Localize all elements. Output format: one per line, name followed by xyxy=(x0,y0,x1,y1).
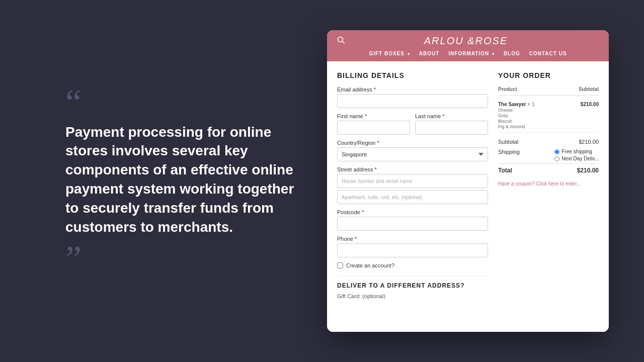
shipping-row: Shipping Free shipping Next Day Deliv... xyxy=(498,147,599,163)
order-item: The Sawyer × 1 Onesie: Grey Biscuit: Fig… xyxy=(498,99,599,133)
subtotal-value: $210.00 xyxy=(579,139,599,145)
billing-title: BILLING DETAILS xyxy=(337,71,488,79)
phone-input[interactable] xyxy=(337,243,488,257)
billing-section: BILLING DETAILS Email address * First na… xyxy=(337,71,488,322)
left-panel: “ Payment processing for online stores i… xyxy=(35,68,327,294)
store-nav: GIFT BOXES ▾ ABOUT INFORMATION ▾ BLOG CO… xyxy=(337,51,599,61)
first-name-input[interactable] xyxy=(337,121,410,135)
create-account-checkbox[interactable] xyxy=(337,262,343,268)
postcode-input[interactable] xyxy=(337,217,488,231)
gift-card-label: Gift Card: (optional) xyxy=(337,293,488,299)
col-product: Product xyxy=(498,86,517,92)
street-input-2[interactable] xyxy=(337,190,488,204)
total-label: Total xyxy=(498,167,512,174)
dropdown-arrow-icon2: ▾ xyxy=(492,52,495,56)
create-account-group: Create an account? xyxy=(337,262,488,268)
country-select[interactable]: Singapore xyxy=(337,147,488,161)
last-name-input[interactable] xyxy=(415,121,488,135)
nav-blog[interactable]: BLOG xyxy=(504,51,520,56)
store-body: BILLING DETAILS Email address * First na… xyxy=(327,61,609,332)
email-label: Email address * xyxy=(337,86,488,93)
phone-label: Phone * xyxy=(337,236,488,242)
subtotal-label: Subtotal xyxy=(498,139,518,145)
country-group: Country/Region * Singapore xyxy=(337,140,488,161)
order-table-header: Product Subtotal xyxy=(498,86,599,96)
nav-information[interactable]: INFORMATION ▾ xyxy=(448,51,495,56)
street-label: Street address * xyxy=(337,166,488,172)
shipping-label: Shipping xyxy=(498,149,520,161)
order-product-info: The Sawyer × 1 Onesie: Grey Biscuit: Fig… xyxy=(498,102,581,129)
store-brand: ARLOU &ROSE xyxy=(345,35,587,47)
shipping-options: Free shipping Next Day Deliv... xyxy=(554,149,599,161)
order-section: YOUR ORDER Product Subtotal The Sawyer ×… xyxy=(498,71,599,322)
brand-part2: ROSE xyxy=(475,35,508,46)
shipping-nextday-radio[interactable] xyxy=(554,156,559,161)
svg-line-1 xyxy=(343,41,345,43)
order-product-variant-onesie: Onesie: xyxy=(498,108,581,113)
name-row: First name * Last name * xyxy=(337,113,488,140)
order-product-name: The Sawyer × 1 xyxy=(498,102,581,107)
quote-text: Payment processing for online stores inv… xyxy=(65,123,297,237)
store-header: ARLOU &ROSE GIFT BOXES ▾ ABOUT INFORMATI… xyxy=(327,30,609,61)
last-name-label: Last name * xyxy=(415,113,488,119)
postcode-label: Postcode * xyxy=(337,209,488,215)
order-product-variant-onesie-val: Grey xyxy=(498,113,581,118)
order-product-variant-biscuit-val: Fig & Almond xyxy=(498,124,581,129)
order-summary: Subtotal $210.00 Shipping Free shipping … xyxy=(498,137,599,187)
nav-contact[interactable]: CONTACT US xyxy=(529,51,567,56)
shipping-free-label: Free shipping xyxy=(561,149,592,154)
postcode-group: Postcode * xyxy=(337,209,488,231)
deliver-title: DELIVER TO A DIFFERENT ADDRESS? xyxy=(337,282,488,289)
dropdown-arrow-icon: ▾ xyxy=(408,52,410,56)
nav-about[interactable]: ABOUT xyxy=(419,51,440,56)
shipping-free-option[interactable]: Free shipping xyxy=(554,149,599,154)
subtotal-row: Subtotal $210.00 xyxy=(498,137,599,147)
street-group: Street address * xyxy=(337,166,488,204)
store-panel: ARLOU &ROSE GIFT BOXES ▾ ABOUT INFORMATI… xyxy=(327,30,609,332)
col-subtotal: Subtotal xyxy=(579,86,599,92)
quote-close-icon: ” xyxy=(65,244,297,274)
country-label: Country/Region * xyxy=(337,140,488,146)
phone-group: Phone * xyxy=(337,236,488,257)
order-item-price: $210.00 xyxy=(581,102,599,107)
first-name-group: First name * xyxy=(337,113,410,135)
order-title: YOUR ORDER xyxy=(498,71,599,79)
deliver-section: DELIVER TO A DIFFERENT ADDRESS? Gift Car… xyxy=(337,276,488,299)
last-name-group: Last name * xyxy=(415,113,488,135)
total-value: $210.00 xyxy=(577,167,599,174)
total-row: Total $210.00 xyxy=(498,163,599,176)
street-input-1[interactable] xyxy=(337,174,488,188)
quote-open-icon: “ xyxy=(65,88,297,118)
coupon-link[interactable]: Have a coupon? Click here to enter... xyxy=(498,181,599,187)
search-icon[interactable] xyxy=(337,36,345,46)
shipping-free-radio[interactable] xyxy=(554,149,559,154)
header-top: ARLOU &ROSE xyxy=(337,35,599,51)
first-name-label: First name * xyxy=(337,113,410,119)
order-product-variant-biscuit: Biscuit: xyxy=(498,119,581,124)
create-account-label: Create an account? xyxy=(346,262,394,268)
email-input[interactable] xyxy=(337,94,488,108)
brand-part1: ARLOU xyxy=(424,35,464,46)
nav-gift-boxes[interactable]: GIFT BOXES ▾ xyxy=(369,51,410,56)
email-group: Email address * xyxy=(337,86,488,108)
shipping-nextday-label: Next Day Deliv... xyxy=(561,156,599,161)
brand-symbol: & xyxy=(467,35,475,46)
shipping-nextday-option[interactable]: Next Day Deliv... xyxy=(554,156,599,161)
